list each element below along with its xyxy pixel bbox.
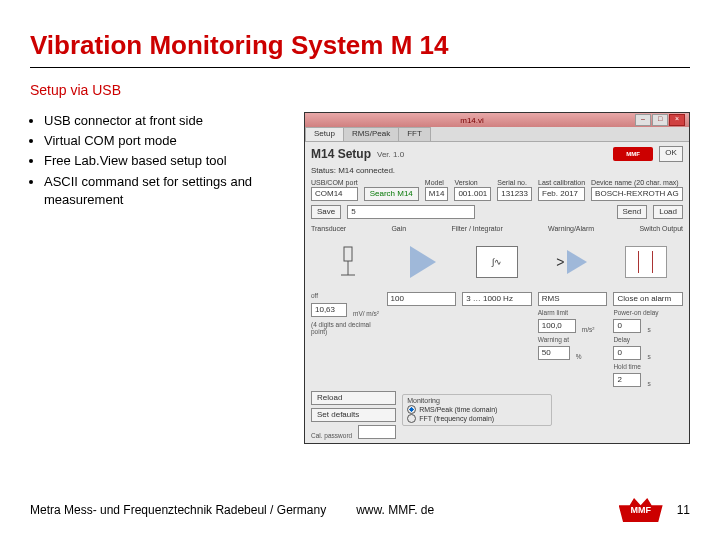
transducer-icon [311, 245, 385, 279]
slide-title: Vibration Monitoring System M 14 [30, 30, 690, 61]
hold-time-label: Hold time [613, 363, 683, 370]
bullet-item: USB connector at front side [44, 112, 290, 130]
monitoring-rms-label: RMS/Peak (time domain) [419, 406, 497, 413]
switch-output-icon [609, 246, 683, 278]
title-rule [30, 67, 690, 68]
section-filter: Filter / Integrator [451, 225, 502, 232]
gain-select[interactable]: 100 [387, 292, 457, 306]
bullet-item: ASCII command set for settings and measu… [44, 173, 290, 209]
setup-version: Ver. 1.0 [377, 150, 404, 159]
section-switch: Switch Output [639, 225, 683, 232]
send-button[interactable]: Send [617, 205, 648, 219]
section-warning: Warning/Alarm [548, 225, 594, 232]
section-gain: Gain [391, 225, 406, 232]
warn-mode-select[interactable]: RMS [538, 292, 608, 306]
usb-port-label: USB/COM port [311, 179, 358, 186]
alarm-limit-label: Alarm limit [538, 309, 608, 316]
transducer-off-label: off [311, 292, 381, 299]
hold-time-input[interactable]: 2 [613, 373, 641, 387]
footer-url: www. MMF. de [356, 503, 434, 517]
delay-unit: s [647, 353, 650, 360]
save-button[interactable]: Save [311, 205, 341, 219]
window-title: m14.vi [309, 116, 635, 125]
ok-button[interactable]: OK [659, 146, 683, 162]
sensitivity-input[interactable]: 10,63 [311, 303, 347, 317]
footer-page-number: 11 [677, 503, 690, 517]
device-name-label: Device name (20 char. max) [591, 179, 683, 186]
warning-unit: % [576, 353, 582, 360]
svg-rect-0 [344, 247, 352, 261]
model-value: M14 [425, 187, 449, 201]
serial-label: Serial no. [497, 179, 532, 186]
window-close-button[interactable]: × [669, 114, 685, 126]
search-m14-button[interactable]: Search M14 [364, 187, 419, 201]
poweron-delay-unit: s [647, 326, 650, 333]
poweron-delay-label: Power-on delay [613, 309, 683, 316]
usb-port-select[interactable]: COM14 [311, 187, 358, 201]
window-minimize-button[interactable]: – [635, 114, 651, 126]
monitoring-fft-label: FFT (frequency domain) [419, 415, 494, 422]
slide-subtitle: Setup via USB [30, 82, 690, 98]
footer-logo: MMF [619, 498, 663, 522]
serial-value: 131233 [497, 187, 532, 201]
sensitivity-unit: mV/ m/s² [353, 310, 379, 317]
window-titlebar[interactable]: m14.vi – □ × [305, 113, 689, 127]
load-button[interactable]: Load [653, 205, 683, 219]
comparator-icon: > [534, 250, 608, 274]
bullet-list: USB connector at front side Virtual COM … [30, 112, 290, 444]
cal-password-label: Cal. password [311, 432, 352, 439]
delay-input[interactable]: 0 [613, 346, 641, 360]
delay-label: Delay [613, 336, 683, 343]
version-value: 001.001 [454, 187, 491, 201]
calibration-value: Feb. 2017 [538, 187, 585, 201]
app-window: m14.vi – □ × Setup RMS/Peak FFT M14 Setu… [304, 112, 690, 444]
tab-fft[interactable]: FFT [398, 127, 431, 141]
warning-at-label: Warning at [538, 336, 608, 343]
gain-icon [385, 246, 459, 278]
footer-org: Metra Mess- und Frequenztechnik Radebeul… [30, 503, 326, 517]
bullet-item: Virtual COM port mode [44, 132, 290, 150]
monitoring-title: Monitoring [407, 397, 547, 404]
poweron-delay-input[interactable]: 0 [613, 319, 641, 333]
switch-mode-select[interactable]: Close on alarm [613, 292, 683, 306]
sensitivity-note: (4 digits and decimal point) [311, 321, 381, 335]
section-transducer: Transducer [311, 225, 346, 232]
monitoring-fft-radio[interactable]: FFT (frequency domain) [407, 414, 547, 423]
status-text: Status: M14 connected. [311, 166, 683, 175]
calibration-label: Last calibration [538, 179, 585, 186]
alarm-unit: m/s² [582, 326, 595, 333]
tab-setup[interactable]: Setup [305, 127, 344, 141]
setup-title: M14 Setup [311, 147, 371, 161]
cal-password-input[interactable] [358, 425, 396, 439]
set-defaults-button[interactable]: Set defaults [311, 408, 396, 422]
filter-select[interactable]: 3 … 1000 Hz [462, 292, 532, 306]
radio-unselected-icon [407, 414, 416, 423]
tab-rmspeak[interactable]: RMS/Peak [343, 127, 399, 141]
hold-time-unit: s [647, 380, 650, 387]
warning-percent-input[interactable]: 50 [538, 346, 570, 360]
bullet-item: Free Lab.View based setup tool [44, 152, 290, 170]
device-name-input[interactable]: BOSCH-REXROTH AG [591, 187, 683, 201]
radio-selected-icon [407, 405, 416, 414]
alarm-limit-input[interactable]: 100,0 [538, 319, 576, 333]
window-maximize-button[interactable]: □ [652, 114, 668, 126]
brand-logo: MMF [613, 147, 653, 161]
app-tabs: Setup RMS/Peak FFT [305, 127, 689, 142]
version-label: Version [454, 179, 491, 186]
reload-button[interactable]: Reload [311, 391, 396, 405]
model-label: Model [425, 179, 449, 186]
save-slot-input[interactable]: 5 [347, 205, 475, 219]
monitoring-rms-radio[interactable]: RMS/Peak (time domain) [407, 405, 547, 414]
filter-icon: ∫∿ [460, 246, 534, 278]
